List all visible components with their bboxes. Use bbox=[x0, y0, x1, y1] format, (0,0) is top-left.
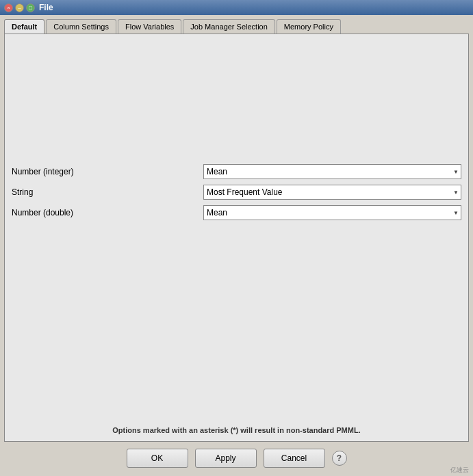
footer-note: Options marked with an asterisk (*) will… bbox=[12, 419, 461, 434]
label-double: Number (double) bbox=[12, 208, 196, 217]
cancel-button[interactable]: Cancel bbox=[264, 449, 325, 468]
help-button[interactable]: ? bbox=[332, 451, 347, 466]
ok-button[interactable]: OK bbox=[127, 449, 188, 468]
select-string[interactable]: Mean Most Frequent Value Fixed Value bbox=[203, 185, 461, 200]
select-wrapper-integer: Mean Most Frequent Value Fixed Value bbox=[203, 164, 461, 179]
minimize-button[interactable]: – bbox=[15, 3, 24, 12]
setting-row-integer: Number (integer) Mean Most Frequent Valu… bbox=[12, 164, 461, 179]
select-integer[interactable]: Mean Most Frequent Value Fixed Value bbox=[203, 164, 461, 179]
tab-flow-variables[interactable]: Flow Variables bbox=[118, 19, 181, 34]
tab-default[interactable]: Default bbox=[4, 19, 44, 34]
window-body: Default Column Settings Flow Variables J… bbox=[0, 15, 473, 476]
tab-content: Number (integer) Mean Most Frequent Valu… bbox=[4, 34, 469, 442]
label-integer: Number (integer) bbox=[12, 167, 196, 176]
tab-column-settings[interactable]: Column Settings bbox=[46, 19, 116, 34]
maximize-button[interactable]: □ bbox=[26, 3, 35, 12]
watermark: 亿速云 bbox=[450, 466, 469, 475]
label-string: String bbox=[12, 187, 196, 197]
tab-memory-policy[interactable]: Memory Policy bbox=[277, 19, 341, 34]
settings-group: Number (integer) Mean Most Frequent Valu… bbox=[12, 164, 461, 220]
tab-bar: Default Column Settings Flow Variables J… bbox=[4, 19, 469, 34]
button-bar: OK Apply Cancel ? bbox=[4, 442, 469, 472]
apply-button[interactable]: Apply bbox=[195, 449, 257, 468]
select-wrapper-string: Mean Most Frequent Value Fixed Value bbox=[203, 185, 461, 200]
tab-job-manager[interactable]: Job Manager Selection bbox=[183, 19, 275, 34]
title-bar: × – □ File bbox=[0, 0, 473, 15]
title-bar-buttons[interactable]: × – □ bbox=[4, 3, 35, 12]
content-area: Number (integer) Mean Most Frequent Valu… bbox=[12, 41, 461, 434]
setting-row-double: Number (double) Mean Most Frequent Value… bbox=[12, 205, 461, 220]
close-button[interactable]: × bbox=[4, 3, 13, 12]
window-title: File bbox=[39, 3, 53, 12]
setting-row-string: String Mean Most Frequent Value Fixed Va… bbox=[12, 185, 461, 200]
select-wrapper-double: Mean Most Frequent Value Fixed Value bbox=[203, 205, 461, 220]
select-double[interactable]: Mean Most Frequent Value Fixed Value bbox=[203, 205, 461, 220]
